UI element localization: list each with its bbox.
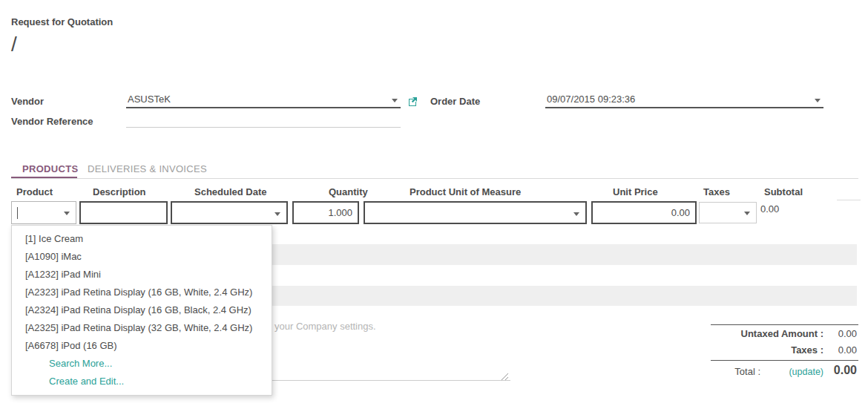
active-tab-underline xyxy=(11,177,77,178)
column-header-taxes: Taxes xyxy=(703,186,730,197)
unit-price-input[interactable] xyxy=(598,207,690,218)
chevron-down-icon[interactable] xyxy=(392,99,398,102)
vendor-label: Vendor xyxy=(11,96,44,107)
column-header-subtotal: Subtotal xyxy=(764,186,803,197)
text-cursor xyxy=(17,207,18,219)
taxes-label: Taxes : xyxy=(671,344,823,356)
subtotal-value: 0.00 xyxy=(760,203,779,215)
dropdown-item[interactable]: [A1232] iPad Mini xyxy=(12,266,272,284)
description-cell[interactable] xyxy=(79,201,168,224)
quantity-input[interactable] xyxy=(299,207,352,218)
vendor-reference-label: Vendor Reference xyxy=(11,116,93,127)
quantity-cell[interactable] xyxy=(292,201,359,224)
dropdown-item[interactable]: [1] Ice Cream xyxy=(12,230,272,248)
external-link-icon[interactable] xyxy=(407,96,418,107)
tabbar-divider xyxy=(11,178,858,179)
column-header-description: Description xyxy=(93,186,146,197)
taxes-select[interactable] xyxy=(699,202,757,223)
totals-bottom-line xyxy=(711,360,858,361)
create-and-edit-link[interactable]: Create and Edit... xyxy=(12,373,272,390)
chevron-down-icon[interactable] xyxy=(573,212,579,216)
vendor-field[interactable] xyxy=(126,92,401,108)
product-dropdown: [1] Ice Cream [A1090] iMac [A1232] iPad … xyxy=(11,225,272,396)
dropdown-item[interactable]: [A2325] iPad Retina Display (32 GB, Whit… xyxy=(12,319,272,337)
taxes-value: 0.00 xyxy=(820,344,857,356)
scheduled-date-select[interactable] xyxy=(171,201,288,224)
column-header-quantity: Quantity xyxy=(329,186,368,197)
uom-select[interactable] xyxy=(364,201,587,224)
total-update-link[interactable]: (update) xyxy=(772,367,823,377)
chevron-down-icon[interactable] xyxy=(274,212,280,216)
unit-price-cell[interactable] xyxy=(591,201,697,224)
column-header-unit-price: Unit Price xyxy=(613,186,658,197)
total-value: 0.00 xyxy=(820,364,857,377)
order-date-input[interactable] xyxy=(545,92,823,108)
column-header-product: Product xyxy=(16,186,53,197)
resize-grip-icon[interactable] xyxy=(501,373,509,381)
product-select[interactable] xyxy=(11,201,76,224)
total-label: Total : xyxy=(697,366,760,377)
untaxed-amount-label: Untaxed Amount : xyxy=(671,328,823,339)
column-header-scheduled-date: Scheduled Date xyxy=(194,186,267,197)
tab-products[interactable]: PRODUCTS xyxy=(22,163,78,174)
order-date-label: Order Date xyxy=(430,96,480,107)
search-more-link[interactable]: Search More... xyxy=(12,355,272,373)
totals-top-line xyxy=(711,324,858,325)
untaxed-amount-value: 0.00 xyxy=(820,328,857,339)
column-header-uom: Product Unit of Measure xyxy=(410,186,521,197)
order-date-field[interactable] xyxy=(545,92,823,108)
document-number: / xyxy=(11,33,17,56)
vendor-input[interactable] xyxy=(126,92,401,108)
vendor-reference-input[interactable] xyxy=(126,112,401,128)
dropdown-item[interactable]: [A2323] iPad Retina Display (16 GB, Whit… xyxy=(12,284,272,301)
chevron-down-icon[interactable] xyxy=(64,212,70,215)
row-end-divider xyxy=(837,200,861,200)
dropdown-item[interactable]: [A6678] iPod (16 GB) xyxy=(12,337,272,355)
dropdown-item[interactable]: [A1090] iMac xyxy=(12,248,272,266)
tab-deliveries-invoices[interactable]: DELIVERIES & INVOICES xyxy=(88,163,207,174)
description-input[interactable] xyxy=(86,207,161,218)
terms-note: your Company settings. xyxy=(274,321,376,332)
rfq-form: Request for Quotation / Vendor Order Dat… xyxy=(0,0,868,409)
dropdown-item[interactable]: [A2324] iPad Retina Display (16 GB, Blac… xyxy=(12,301,272,319)
page-title: Request for Quotation xyxy=(11,16,113,27)
chevron-down-icon[interactable] xyxy=(744,212,750,215)
chevron-down-icon[interactable] xyxy=(815,99,821,102)
